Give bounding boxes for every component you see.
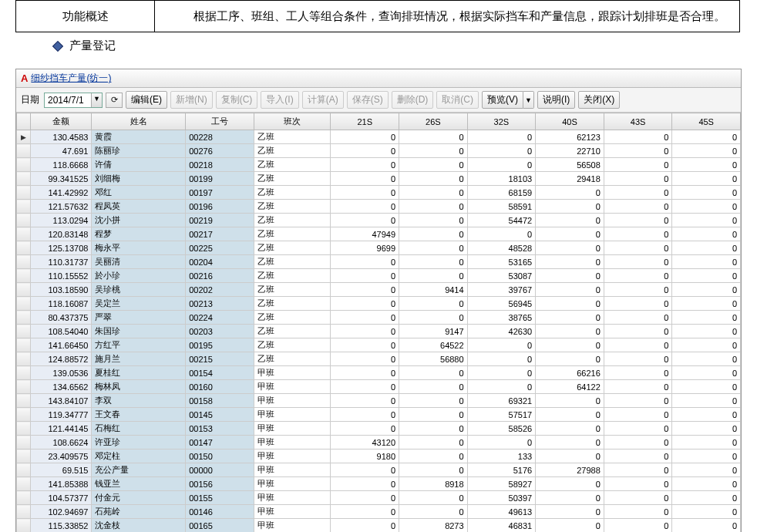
cell-value[interactable]: 56880 bbox=[399, 352, 468, 366]
cell-value[interactable]: 0 bbox=[331, 255, 399, 269]
cell-value[interactable]: 133 bbox=[467, 450, 536, 463]
cell-name[interactable]: 邓红 bbox=[92, 186, 186, 200]
table-row[interactable]: 23.409575邓定柱00150甲班91800133000 bbox=[17, 450, 741, 463]
cell-shift[interactable]: 甲班 bbox=[254, 380, 331, 394]
data-grid[interactable]: 金额 姓名 工号 班次 21S 26S 32S 40S 43S 45S ▶130… bbox=[16, 113, 741, 532]
cell-value[interactable]: 64122 bbox=[536, 380, 604, 394]
cell-shift[interactable]: 乙班 bbox=[254, 325, 331, 338]
cell-value[interactable]: 0 bbox=[672, 200, 741, 214]
cell-value[interactable]: 8918 bbox=[399, 477, 468, 491]
cell-value[interactable]: 8273 bbox=[399, 519, 468, 533]
table-row[interactable]: 47.691陈丽珍00276乙班0002271000 bbox=[17, 144, 741, 158]
cell-name[interactable]: 於小珍 bbox=[92, 269, 186, 283]
cell-name[interactable]: 程梦 bbox=[92, 227, 186, 241]
cell-value[interactable]: 0 bbox=[331, 130, 399, 144]
cell-value[interactable]: 0 bbox=[399, 366, 468, 380]
help-button[interactable]: 说明(I) bbox=[537, 91, 575, 109]
table-row[interactable]: 141.66450方红平00195乙班0645220000 bbox=[17, 338, 741, 352]
col-43s[interactable]: 43S bbox=[604, 113, 672, 130]
cell-amount[interactable]: 102.94697 bbox=[30, 505, 92, 519]
cell-value[interactable]: 56945 bbox=[467, 297, 536, 311]
col-21s[interactable]: 21S bbox=[331, 113, 399, 130]
cell-value[interactable]: 0 bbox=[536, 394, 604, 408]
cell-value[interactable]: 0 bbox=[604, 380, 672, 394]
cell-shift[interactable]: 乙班 bbox=[254, 144, 331, 158]
cell-value[interactable]: 0 bbox=[399, 227, 468, 241]
cell-value[interactable]: 0 bbox=[604, 186, 672, 200]
table-row[interactable]: 124.88572施月兰00215乙班0568800000 bbox=[17, 352, 741, 366]
table-row[interactable]: ▶130.4583黄霞00228乙班0006212300 bbox=[17, 130, 741, 144]
cell-shift[interactable]: 乙班 bbox=[254, 311, 331, 325]
cell-id[interactable]: 00224 bbox=[186, 311, 254, 325]
cell-amount[interactable]: 110.15552 bbox=[30, 269, 92, 283]
cell-value[interactable]: 0 bbox=[536, 505, 604, 519]
cell-value[interactable]: 64522 bbox=[399, 338, 468, 352]
cell-shift[interactable]: 乙班 bbox=[254, 283, 331, 297]
cell-value[interactable]: 0 bbox=[399, 241, 468, 255]
cell-value[interactable]: 0 bbox=[672, 269, 741, 283]
cell-value[interactable]: 0 bbox=[604, 422, 672, 436]
cell-value[interactable]: 5176 bbox=[467, 463, 536, 477]
cell-id[interactable]: 00147 bbox=[186, 436, 254, 450]
cell-amount[interactable]: 99.341525 bbox=[30, 172, 92, 186]
cell-value[interactable]: 0 bbox=[536, 491, 604, 505]
cell-value[interactable]: 0 bbox=[604, 505, 672, 519]
cell-id[interactable]: 00218 bbox=[186, 158, 254, 172]
cell-shift[interactable]: 甲班 bbox=[254, 394, 331, 408]
cell-shift[interactable]: 乙班 bbox=[254, 269, 331, 283]
cell-id[interactable]: 00197 bbox=[186, 186, 254, 200]
cell-value[interactable]: 0 bbox=[331, 200, 399, 214]
table-row[interactable]: 104.57377付金元00155甲班0050397000 bbox=[17, 491, 741, 505]
cell-name[interactable]: 付金元 bbox=[92, 491, 186, 505]
cell-amount[interactable]: 108.54040 bbox=[30, 325, 92, 338]
cell-value[interactable]: 62123 bbox=[536, 130, 604, 144]
cell-value[interactable]: 0 bbox=[672, 311, 741, 325]
table-row[interactable]: 125.13708梅永平00225乙班9699048528000 bbox=[17, 241, 741, 255]
cell-value[interactable]: 0 bbox=[536, 255, 604, 269]
cell-shift[interactable]: 甲班 bbox=[254, 491, 331, 505]
cell-amount[interactable]: 120.83148 bbox=[30, 227, 92, 241]
cell-value[interactable]: 0 bbox=[604, 200, 672, 214]
cell-value[interactable]: 9147 bbox=[399, 325, 468, 338]
cell-value[interactable]: 48528 bbox=[467, 241, 536, 255]
table-row[interactable]: 108.6624许亚珍00147甲班4312000000 bbox=[17, 436, 741, 450]
cell-amount[interactable]: 23.409575 bbox=[30, 450, 92, 463]
cell-name[interactable]: 黄霞 bbox=[92, 130, 186, 144]
table-row[interactable]: 118.16087吴定兰00213乙班0056945000 bbox=[17, 297, 741, 311]
cell-value[interactable]: 9180 bbox=[331, 450, 399, 463]
cell-value[interactable]: 0 bbox=[536, 436, 604, 450]
cell-value[interactable]: 0 bbox=[672, 255, 741, 269]
date-dropdown-icon[interactable]: ▼ bbox=[91, 93, 102, 107]
cell-amount[interactable]: 121.44145 bbox=[30, 422, 92, 436]
cell-name[interactable]: 梅林凤 bbox=[92, 380, 186, 394]
cell-value[interactable]: 0 bbox=[672, 325, 741, 338]
cell-value[interactable]: 0 bbox=[331, 144, 399, 158]
cell-value[interactable]: 27988 bbox=[536, 463, 604, 477]
cell-value[interactable]: 0 bbox=[536, 269, 604, 283]
cell-amount[interactable]: 134.6562 bbox=[30, 380, 92, 394]
cell-value[interactable]: 0 bbox=[399, 491, 468, 505]
cell-value[interactable]: 0 bbox=[331, 311, 399, 325]
cell-id[interactable]: 00215 bbox=[186, 352, 254, 366]
table-row[interactable]: 139.0536夏桂红00154甲班0006621600 bbox=[17, 366, 741, 380]
col-shift[interactable]: 班次 bbox=[254, 113, 331, 130]
cell-value[interactable]: 0 bbox=[604, 463, 672, 477]
cell-value[interactable]: 0 bbox=[604, 172, 672, 186]
cell-amount[interactable]: 69.515 bbox=[30, 463, 92, 477]
data-grid-wrap[interactable]: 金额 姓名 工号 班次 21S 26S 32S 40S 43S 45S ▶130… bbox=[16, 113, 741, 532]
table-row[interactable]: 134.6562梅林凤00160甲班0006412200 bbox=[17, 380, 741, 394]
cell-value[interactable]: 42630 bbox=[467, 325, 536, 338]
cell-value[interactable]: 0 bbox=[467, 130, 536, 144]
cell-value[interactable]: 0 bbox=[399, 422, 468, 436]
cell-value[interactable]: 69321 bbox=[467, 394, 536, 408]
cell-id[interactable]: 00199 bbox=[186, 172, 254, 186]
cell-amount[interactable]: 119.34777 bbox=[30, 408, 92, 422]
date-picker[interactable]: 2014/7/1 ▼ bbox=[44, 93, 103, 108]
preview-dropdown-icon[interactable]: ▼ bbox=[523, 91, 534, 109]
cell-name[interactable]: 石梅红 bbox=[92, 422, 186, 436]
cell-amount[interactable]: 118.16087 bbox=[30, 297, 92, 311]
cell-value[interactable]: 0 bbox=[331, 366, 399, 380]
cell-value[interactable]: 0 bbox=[536, 241, 604, 255]
cell-value[interactable]: 0 bbox=[536, 325, 604, 338]
cell-id[interactable]: 00225 bbox=[186, 241, 254, 255]
